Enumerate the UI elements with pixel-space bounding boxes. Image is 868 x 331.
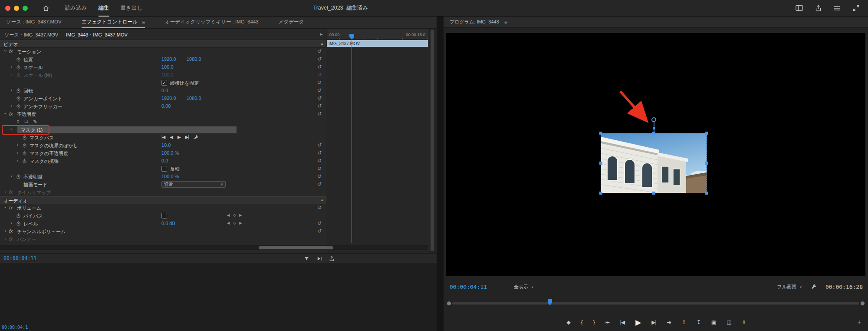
mask-item[interactable]: マスク (1) [17, 126, 237, 133]
reset-icon[interactable]: ↺ [317, 173, 322, 179]
panel-tab-metadata[interactable]: メタデータ [279, 17, 304, 28]
param-name[interactable]: 回転 [23, 88, 33, 94]
effect-name[interactable]: ボリューム [17, 205, 41, 212]
chevron-down-icon[interactable]: ∨ [53, 32, 56, 36]
scrub-track[interactable] [452, 302, 859, 305]
rotate-handle-icon[interactable] [651, 117, 656, 122]
reset-icon[interactable]: ↺ [317, 111, 322, 117]
param-name[interactable]: アンカーポイント [23, 96, 62, 102]
show-timeline-toggle-icon[interactable]: ▸ [320, 31, 323, 37]
param-name[interactable]: レベル [23, 221, 38, 227]
twirl-icon[interactable]: › [9, 173, 13, 179]
stopwatch-icon[interactable] [16, 174, 21, 179]
stopwatch-icon[interactable] [16, 104, 21, 109]
param-checkbox[interactable]: ✓ [161, 80, 167, 86]
stopwatch-icon[interactable] [16, 73, 21, 77]
effect-name[interactable]: チャンネルボリューム [17, 228, 66, 235]
export-icon[interactable] [329, 255, 335, 261]
reset-icon[interactable]: ↺ [317, 150, 322, 156]
pen-mask-icon[interactable]: ✎ [33, 119, 37, 125]
next-keyframe-icon[interactable]: ▶ [239, 213, 242, 217]
play-button[interactable]: ▶ [635, 318, 641, 327]
rotate-handle-dot[interactable] [653, 127, 655, 129]
settings-wrench-icon[interactable] [811, 284, 817, 290]
track-mask-forward-icon[interactable]: ▶| [185, 135, 189, 140]
mask-handle[interactable] [599, 132, 602, 135]
stopwatch-icon[interactable] [22, 151, 27, 156]
playback-quality-dropdown[interactable]: フル画質 ∨ [777, 284, 802, 290]
reset-icon[interactable]: ↺ [317, 64, 322, 70]
prev-keyframe-icon[interactable]: ◀ [227, 213, 230, 217]
go-to-in-button[interactable]: ⇤ [605, 319, 609, 325]
param-name[interactable]: マスクの拡張 [30, 158, 59, 165]
stopwatch-icon[interactable] [16, 65, 21, 70]
panel-timecode[interactable]: 00:00:04:11 [3, 255, 36, 261]
mask-handle[interactable] [599, 192, 602, 195]
mark-out-button[interactable]: } [593, 319, 595, 325]
effect-name[interactable]: タイムリマップ [17, 189, 51, 196]
stopwatch-icon[interactable] [22, 159, 27, 163]
twirl-icon[interactable]: › [3, 111, 8, 116]
horizontal-scrollbar-thumb[interactable] [259, 246, 333, 249]
panel-tab-audio-clip-mixer[interactable]: オーディオクリップミキサー : IMG_3443 [165, 17, 259, 28]
param-value[interactable]: 0.0 [161, 158, 168, 163]
twirl-icon[interactable]: › [9, 103, 13, 108]
fx-badge-icon[interactable]: fx [9, 205, 13, 210]
extract-button[interactable]: ↧ [697, 319, 700, 325]
mask-handle[interactable] [705, 192, 708, 195]
go-to-out-button[interactable]: ⇥ [667, 319, 671, 325]
param-name[interactable]: マスクの不透明度 [30, 150, 68, 157]
mark-in-button[interactable]: { [581, 319, 582, 325]
param-value[interactable]: 1920.0 [161, 96, 176, 101]
close-window-button[interactable] [5, 6, 10, 11]
blend-mode-dropdown[interactable]: 通常∨ [161, 181, 226, 188]
twirl-icon[interactable]: › [3, 49, 8, 53]
panel-tab-source[interactable]: ソース : IMG_3437.MOV [6, 17, 62, 28]
reset-icon[interactable]: ↺ [317, 228, 322, 234]
twirl-icon[interactable]: › [9, 220, 13, 225]
reset-icon[interactable]: ↺ [317, 95, 322, 101]
track-mask-backward-icon[interactable]: |◀ [161, 135, 165, 140]
mode-tab-export[interactable]: 書き出し [121, 0, 143, 17]
reset-icon[interactable]: ↺ [317, 79, 322, 86]
mode-tab-edit[interactable]: 編集 [99, 0, 109, 17]
twirl-icon[interactable]: › [3, 205, 8, 209]
param-name[interactable]: 描画モード [23, 182, 48, 188]
effect-name[interactable]: モーション [17, 49, 41, 55]
param-checkbox[interactable] [161, 166, 167, 172]
param-value[interactable]: 100.0 [161, 72, 174, 77]
fx-badge-icon[interactable]: fx [9, 49, 13, 54]
vertical-scrollbar[interactable] [429, 29, 436, 253]
mask-handle[interactable] [652, 132, 655, 135]
step-back-button[interactable]: |◀ [620, 319, 625, 325]
effect-controls-timeline[interactable]: :00:00 00:00:15:0 IMG_3437.MOV [327, 29, 428, 253]
reset-icon[interactable]: ↺ [317, 48, 322, 54]
param-value[interactable]: 0.00 [161, 103, 171, 109]
reset-icon[interactable]: ↺ [317, 220, 322, 226]
share-icon[interactable] [815, 5, 822, 12]
twirl-icon[interactable]: › [9, 87, 13, 93]
param-name[interactable]: バイパス [23, 213, 43, 219]
filter-icon[interactable] [304, 256, 309, 261]
workspaces-icon[interactable] [796, 5, 803, 11]
twirl-icon[interactable]: › [9, 64, 13, 69]
param-name[interactable]: アンチフリッカー [23, 103, 62, 110]
stopwatch-icon[interactable] [22, 135, 27, 140]
param-value[interactable]: 1920.0 [161, 56, 176, 62]
param-name[interactable]: スケール [23, 64, 43, 71]
reset-icon[interactable]: ↺ [317, 205, 322, 211]
twirl-icon[interactable]: › [15, 158, 20, 163]
step-forward-button[interactable]: ▶| [651, 319, 656, 325]
current-timecode[interactable]: 00:00:04:11 [450, 284, 487, 290]
reset-icon[interactable]: ↺ [317, 142, 322, 148]
mask-handle[interactable] [599, 162, 602, 165]
mode-tab-import[interactable]: 読み込み [65, 0, 87, 17]
timeline-clip[interactable]: IMG_3437.MOV [327, 40, 428, 47]
mask-handle[interactable] [705, 162, 708, 165]
panel-menu-icon[interactable]: ≡ [504, 19, 507, 25]
fx-badge-icon[interactable]: fx [9, 228, 13, 234]
stopwatch-icon[interactable] [16, 221, 21, 226]
add-keyframe-icon[interactable]: ◇ [233, 213, 236, 217]
twirl-icon[interactable]: › [3, 228, 8, 233]
rect-mask-icon[interactable]: □ [25, 119, 28, 125]
